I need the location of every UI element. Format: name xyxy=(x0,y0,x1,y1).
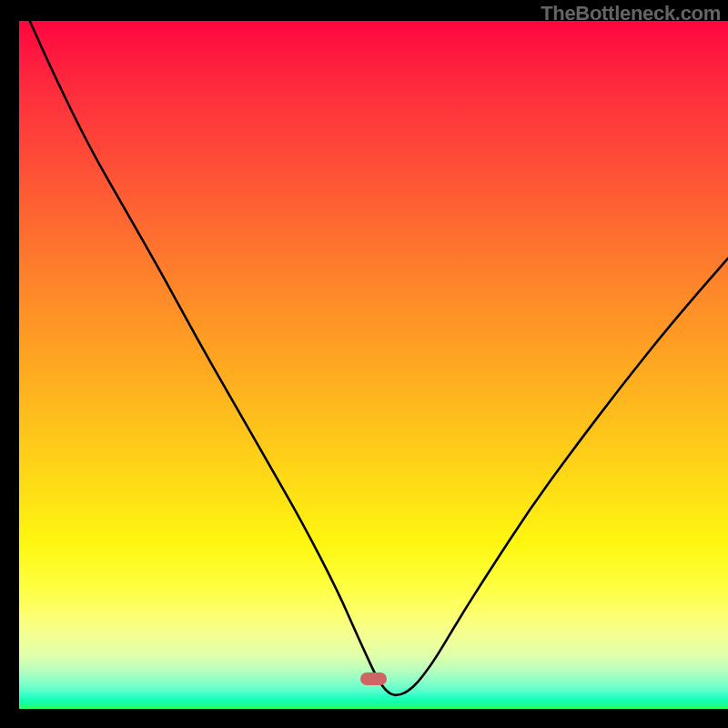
plot-area xyxy=(19,21,728,709)
curve-path xyxy=(30,21,728,695)
optimum-marker xyxy=(360,672,387,685)
chart-frame: TheBottleneck.com xyxy=(0,0,728,728)
watermark-text: TheBottleneck.com xyxy=(541,2,721,25)
bottleneck-curve xyxy=(19,21,728,709)
